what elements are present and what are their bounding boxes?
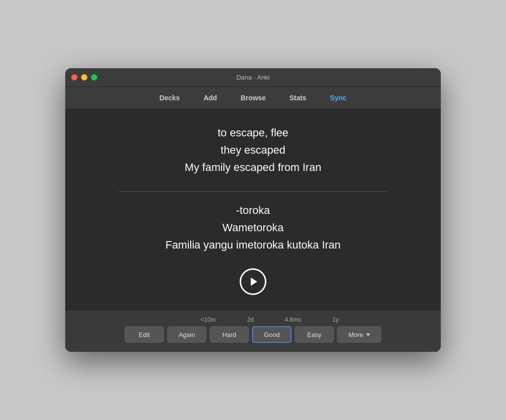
card-front: to escape, flee they escaped My family e… — [85, 124, 421, 176]
maximize-button[interactable] — [91, 74, 97, 81]
audio-play-wrap — [240, 268, 266, 295]
card-front-line1: to escape, flee — [85, 124, 421, 141]
play-audio-button[interactable] — [240, 268, 266, 295]
answer-buttons-row: Edit Again Hard Good Easy More — [75, 326, 431, 343]
interval-good: 2d — [231, 316, 270, 323]
window-title: Dana - Anki — [236, 74, 269, 81]
toolbar: Decks Add Browse Stats Sync — [65, 87, 441, 109]
chevron-down-icon — [366, 334, 370, 336]
card-back: -toroka Wametoroka Familia yangu imetoro… — [85, 202, 421, 254]
good-button[interactable]: Good — [252, 326, 292, 343]
again-button[interactable]: Again — [167, 326, 207, 343]
svg-marker-0 — [251, 278, 257, 286]
toolbar-item-decks[interactable]: Decks — [156, 92, 184, 104]
toolbar-item-browse[interactable]: Browse — [237, 92, 270, 104]
toolbar-item-sync[interactable]: Sync — [326, 92, 350, 104]
interval-hard: <10m — [188, 316, 228, 323]
card-back-line2: Wametoroka — [85, 219, 421, 236]
minimize-button[interactable] — [81, 74, 87, 81]
card-divider — [119, 191, 387, 192]
interval-best: 4.8mo — [273, 316, 313, 323]
edit-button[interactable]: Edit — [125, 326, 164, 343]
play-icon — [249, 276, 259, 287]
card-area: to escape, flee they escaped My family e… — [65, 109, 441, 310]
hard-button[interactable]: Hard — [210, 326, 249, 343]
toolbar-item-add[interactable]: Add — [200, 92, 221, 104]
close-button[interactable] — [71, 74, 78, 81]
card-back-line3: Familia yangu imetoroka kutoka Iran — [85, 236, 421, 253]
easy-button[interactable]: Easy — [295, 326, 334, 343]
title-bar: Dana - Anki — [65, 68, 441, 87]
card-front-line2: they escaped — [85, 141, 421, 159]
more-button[interactable]: More — [337, 326, 381, 343]
answer-area: <10m 2d 4.8mo 1y Edit Again Hard Good Ea… — [65, 310, 441, 352]
card-back-line1: -toroka — [85, 202, 421, 219]
main-window: Dana - Anki Decks Add Browse Stats Sync … — [65, 68, 441, 352]
traffic-lights — [71, 74, 97, 81]
toolbar-item-stats[interactable]: Stats — [286, 92, 310, 104]
card-front-line3: My family escaped from Iran — [85, 159, 421, 176]
intervals-row: <10m 2d 4.8mo 1y — [75, 316, 431, 323]
interval-easy: 1y — [316, 316, 355, 323]
